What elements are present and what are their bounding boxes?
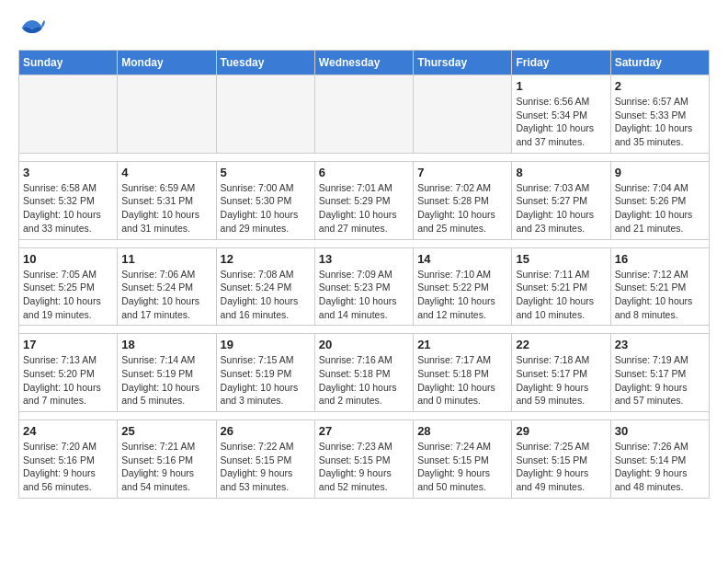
calendar-week-row: 24Sunrise: 7:20 AM Sunset: 5:16 PM Dayli…	[19, 420, 710, 499]
calendar-cell: 30Sunrise: 7:26 AM Sunset: 5:14 PM Dayli…	[610, 420, 709, 499]
day-number: 1	[516, 79, 606, 93]
calendar-cell: 27Sunrise: 7:23 AM Sunset: 5:15 PM Dayli…	[314, 420, 413, 499]
calendar-cell: 26Sunrise: 7:22 AM Sunset: 5:15 PM Dayli…	[216, 420, 314, 499]
calendar-cell: 6Sunrise: 7:01 AM Sunset: 5:29 PM Daylig…	[314, 161, 413, 239]
calendar-cell: 15Sunrise: 7:11 AM Sunset: 5:21 PM Dayli…	[512, 247, 610, 326]
day-number: 13	[319, 252, 409, 266]
calendar-header-row: SundayMondayTuesdayWednesdayThursdayFrid…	[19, 51, 710, 75]
day-number: 17	[23, 338, 113, 351]
day-number: 2	[615, 79, 705, 93]
day-info: Sunrise: 7:02 AM Sunset: 5:28 PM Dayligh…	[417, 181, 507, 236]
calendar-cell: 11Sunrise: 7:06 AM Sunset: 5:24 PM Dayli…	[118, 247, 216, 326]
calendar-cell: 9Sunrise: 7:04 AM Sunset: 5:26 PM Daylig…	[610, 161, 709, 239]
day-info: Sunrise: 7:16 AM Sunset: 5:18 PM Dayligh…	[319, 353, 409, 408]
weekday-header-monday: Monday	[118, 51, 216, 75]
calendar-cell: 1Sunrise: 6:56 AM Sunset: 5:34 PM Daylig…	[512, 75, 610, 154]
calendar-cell	[414, 75, 512, 154]
day-info: Sunrise: 7:14 AM Sunset: 5:19 PM Dayligh…	[121, 353, 211, 408]
calendar-cell	[19, 75, 118, 154]
day-number: 23	[615, 338, 705, 351]
week-separator	[19, 326, 710, 334]
logo	[18, 18, 50, 40]
day-info: Sunrise: 7:21 AM Sunset: 5:16 PM Dayligh…	[121, 440, 211, 494]
calendar-cell: 19Sunrise: 7:15 AM Sunset: 5:19 PM Dayli…	[216, 334, 314, 412]
day-number: 4	[121, 166, 211, 179]
calendar-cell: 10Sunrise: 7:05 AM Sunset: 5:25 PM Dayli…	[19, 247, 118, 326]
calendar-cell: 2Sunrise: 6:57 AM Sunset: 5:33 PM Daylig…	[610, 75, 709, 154]
calendar-cell: 7Sunrise: 7:02 AM Sunset: 5:28 PM Daylig…	[414, 161, 512, 239]
day-number: 22	[516, 338, 606, 351]
day-info: Sunrise: 7:05 AM Sunset: 5:25 PM Dayligh…	[23, 268, 113, 322]
calendar-cell: 5Sunrise: 7:00 AM Sunset: 5:30 PM Daylig…	[216, 161, 314, 239]
day-info: Sunrise: 7:20 AM Sunset: 5:16 PM Dayligh…	[23, 440, 113, 494]
day-info: Sunrise: 7:26 AM Sunset: 5:14 PM Dayligh…	[615, 440, 705, 494]
day-info: Sunrise: 7:13 AM Sunset: 5:20 PM Dayligh…	[23, 353, 113, 408]
day-number: 19	[221, 338, 311, 351]
calendar-cell: 23Sunrise: 7:19 AM Sunset: 5:17 PM Dayli…	[610, 334, 709, 412]
day-info: Sunrise: 7:11 AM Sunset: 5:21 PM Dayligh…	[516, 268, 606, 322]
day-info: Sunrise: 6:59 AM Sunset: 5:31 PM Dayligh…	[121, 181, 211, 236]
calendar-cell: 28Sunrise: 7:24 AM Sunset: 5:15 PM Dayli…	[414, 420, 512, 499]
calendar-cell: 24Sunrise: 7:20 AM Sunset: 5:16 PM Dayli…	[19, 420, 118, 499]
day-number: 5	[221, 166, 311, 179]
day-number: 8	[516, 166, 606, 179]
day-number: 10	[23, 252, 113, 266]
logo-icon	[18, 18, 46, 40]
weekday-header-sunday: Sunday	[19, 51, 118, 75]
day-info: Sunrise: 7:17 AM Sunset: 5:18 PM Dayligh…	[417, 353, 507, 408]
calendar-cell: 8Sunrise: 7:03 AM Sunset: 5:27 PM Daylig…	[512, 161, 610, 239]
calendar-cell	[216, 75, 314, 154]
week-separator	[19, 239, 710, 247]
day-number: 21	[417, 338, 507, 351]
day-info: Sunrise: 6:58 AM Sunset: 5:32 PM Dayligh…	[23, 181, 113, 236]
day-info: Sunrise: 7:23 AM Sunset: 5:15 PM Dayligh…	[319, 440, 409, 494]
day-info: Sunrise: 7:25 AM Sunset: 5:15 PM Dayligh…	[516, 440, 606, 494]
day-info: Sunrise: 7:09 AM Sunset: 5:23 PM Dayligh…	[319, 268, 409, 322]
calendar-cell: 4Sunrise: 6:59 AM Sunset: 5:31 PM Daylig…	[118, 161, 216, 239]
calendar-cell: 20Sunrise: 7:16 AM Sunset: 5:18 PM Dayli…	[314, 334, 413, 412]
day-info: Sunrise: 7:03 AM Sunset: 5:27 PM Dayligh…	[516, 181, 606, 236]
weekday-header-wednesday: Wednesday	[314, 51, 413, 75]
day-number: 18	[121, 338, 211, 351]
week-separator	[19, 153, 710, 161]
day-info: Sunrise: 7:19 AM Sunset: 5:17 PM Dayligh…	[615, 353, 705, 408]
day-info: Sunrise: 7:18 AM Sunset: 5:17 PM Dayligh…	[516, 353, 606, 408]
weekday-header-saturday: Saturday	[610, 51, 709, 75]
calendar-cell: 17Sunrise: 7:13 AM Sunset: 5:20 PM Dayli…	[19, 334, 118, 412]
calendar-week-row: 1Sunrise: 6:56 AM Sunset: 5:34 PM Daylig…	[19, 75, 710, 154]
day-info: Sunrise: 7:22 AM Sunset: 5:15 PM Dayligh…	[221, 440, 311, 494]
calendar-cell: 3Sunrise: 6:58 AM Sunset: 5:32 PM Daylig…	[19, 161, 118, 239]
calendar-cell: 25Sunrise: 7:21 AM Sunset: 5:16 PM Dayli…	[118, 420, 216, 499]
calendar-week-row: 17Sunrise: 7:13 AM Sunset: 5:20 PM Dayli…	[19, 334, 710, 412]
calendar-cell: 29Sunrise: 7:25 AM Sunset: 5:15 PM Dayli…	[512, 420, 610, 499]
calendar-cell: 13Sunrise: 7:09 AM Sunset: 5:23 PM Dayli…	[314, 247, 413, 326]
day-number: 15	[516, 252, 606, 266]
week-separator	[19, 412, 710, 420]
day-info: Sunrise: 7:24 AM Sunset: 5:15 PM Dayligh…	[417, 440, 507, 494]
calendar-cell	[118, 75, 216, 154]
day-info: Sunrise: 6:56 AM Sunset: 5:34 PM Dayligh…	[516, 95, 606, 149]
day-number: 11	[121, 252, 211, 266]
day-number: 6	[319, 166, 409, 179]
day-number: 20	[319, 338, 409, 351]
day-info: Sunrise: 7:12 AM Sunset: 5:21 PM Dayligh…	[615, 268, 705, 322]
day-info: Sunrise: 7:04 AM Sunset: 5:26 PM Dayligh…	[615, 181, 705, 236]
day-info: Sunrise: 7:01 AM Sunset: 5:29 PM Dayligh…	[319, 181, 409, 236]
day-info: Sunrise: 7:08 AM Sunset: 5:24 PM Dayligh…	[221, 268, 311, 322]
day-info: Sunrise: 7:15 AM Sunset: 5:19 PM Dayligh…	[221, 353, 311, 408]
day-number: 7	[417, 166, 507, 179]
day-info: Sunrise: 6:57 AM Sunset: 5:33 PM Dayligh…	[615, 95, 705, 149]
weekday-header-thursday: Thursday	[414, 51, 512, 75]
day-number: 14	[417, 252, 507, 266]
day-number: 24	[23, 424, 113, 438]
calendar-cell: 21Sunrise: 7:17 AM Sunset: 5:18 PM Dayli…	[414, 334, 512, 412]
calendar-table: SundayMondayTuesdayWednesdayThursdayFrid…	[18, 50, 710, 499]
day-number: 9	[615, 166, 705, 179]
calendar-week-row: 3Sunrise: 6:58 AM Sunset: 5:32 PM Daylig…	[19, 161, 710, 239]
calendar-cell: 18Sunrise: 7:14 AM Sunset: 5:19 PM Dayli…	[118, 334, 216, 412]
calendar-cell: 16Sunrise: 7:12 AM Sunset: 5:21 PM Dayli…	[610, 247, 709, 326]
day-number: 3	[23, 166, 113, 179]
day-number: 29	[516, 424, 606, 438]
day-number: 30	[615, 424, 705, 438]
calendar-cell: 12Sunrise: 7:08 AM Sunset: 5:24 PM Dayli…	[216, 247, 314, 326]
